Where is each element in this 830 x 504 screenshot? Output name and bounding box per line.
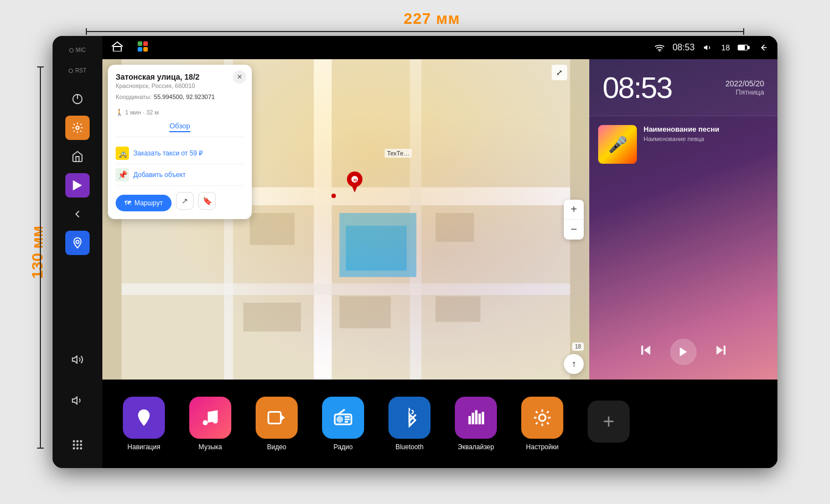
rst-dot [69, 69, 73, 73]
play-button[interactable] [670, 339, 697, 365]
svg-point-2 [76, 126, 79, 129]
svg-marker-5 [72, 397, 77, 404]
svg-rect-7 [76, 440, 79, 443]
svg-rect-29 [122, 283, 570, 295]
prev-button[interactable] [638, 342, 653, 361]
back-icon[interactable] [758, 42, 769, 53]
music-app-label: Музыка [199, 443, 222, 451]
music-artist: Наименование певца [644, 136, 769, 142]
svg-rect-35 [435, 213, 474, 242]
app-bluetooth[interactable]: Bluetooth [379, 397, 440, 451]
svg-marker-45 [680, 347, 687, 357]
svg-rect-19 [143, 46, 148, 51]
svg-rect-51 [268, 412, 281, 424]
side-controls: MIC RST [53, 36, 102, 468]
wifi-icon [655, 44, 665, 51]
svg-marker-40 [351, 185, 358, 193]
navigation-icon [123, 397, 165, 439]
clock-date-main: 2022/05/20 [725, 79, 764, 88]
music-info: Наименование песни Наименование певца [644, 125, 769, 142]
power-button[interactable] [65, 87, 90, 111]
volume-value: 18 [721, 43, 730, 52]
app-music[interactable]: Музыка [180, 397, 241, 451]
settings-icon [521, 397, 563, 439]
svg-rect-37 [243, 303, 301, 331]
app-add[interactable]: + [578, 401, 639, 447]
dimension-height-label: 130 мм [29, 226, 46, 279]
svg-rect-11 [80, 444, 82, 446]
map-compass[interactable]: ↑ [564, 354, 584, 374]
right-widget: 08:53 2022/05/20 Пятница 🎤 Наименование … [589, 59, 777, 380]
save-button[interactable]: 🔖 [198, 192, 216, 210]
map-zoom-controls: + − [564, 200, 584, 240]
app-equalizer[interactable]: Эквалайзер [445, 397, 506, 451]
main-content: H ТехТе… ✕ Затонская улица, 18/2 Красноя… [102, 59, 777, 468]
svg-rect-12 [73, 448, 75, 450]
bluetooth-label: Bluetooth [396, 443, 424, 451]
svg-point-3 [76, 240, 79, 243]
volume-up-button[interactable] [65, 347, 90, 372]
svg-rect-44 [641, 346, 644, 355]
map-address: Затонская улица, 18/2 [116, 72, 244, 81]
video-label: Видео [267, 443, 286, 451]
svg-rect-60 [472, 413, 475, 424]
svg-rect-24 [739, 45, 745, 50]
svg-rect-14 [80, 448, 82, 450]
add-object-icon: 📌 [116, 168, 129, 181]
app-home-icon[interactable] [137, 40, 149, 55]
svg-point-54 [338, 417, 343, 422]
svg-rect-62 [479, 414, 481, 425]
map-container[interactable]: H ТехТе… ✕ Затонская улица, 18/2 Красноя… [102, 59, 589, 380]
svg-rect-36 [339, 296, 391, 328]
route-button[interactable]: 🗺 Маршрут [116, 195, 172, 211]
music-header: 🎤 Наименование песни Наименование певца [598, 125, 769, 164]
svg-marker-21 [704, 45, 708, 50]
home-nav-icon[interactable] [111, 41, 123, 54]
dimension-width-line [86, 31, 744, 32]
album-art: 🎤 [598, 125, 637, 164]
svg-rect-8 [80, 440, 82, 443]
top-section: H ТехТе… ✕ Затонская улица, 18/2 Красноя… [102, 59, 777, 380]
svg-rect-61 [475, 411, 478, 425]
mic-label: MIC [69, 47, 86, 53]
radio-unit: MIC RST [53, 36, 777, 468]
app-navigation[interactable]: Навигация [113, 397, 174, 451]
svg-rect-16 [138, 41, 142, 45]
map-label: ТехТе… [385, 149, 412, 158]
status-bar: 08:53 18 [102, 36, 777, 59]
app-video[interactable]: Видео [246, 397, 307, 451]
map-expand-button[interactable]: ⤢ [552, 65, 567, 80]
next-button[interactable] [713, 342, 729, 361]
apps-grid-button[interactable] [65, 433, 90, 457]
settings-side-button[interactable] [65, 116, 90, 140]
home-side-button[interactable] [65, 144, 90, 169]
add-object-action[interactable]: 📌 Добавить объект [116, 164, 244, 186]
map-city: Красноярск, Россия, 660010 [116, 82, 244, 89]
location-button[interactable] [65, 231, 90, 255]
app-settings[interactable]: Настройки [512, 397, 573, 451]
clock-date-day: Пятница [725, 88, 764, 96]
coords-label: Координаты: [116, 93, 152, 105]
dimension-height-line [40, 66, 41, 449]
taxi-action[interactable]: 🚕 Заказать такси от 59 ₽ [116, 143, 244, 164]
music-title: Наименование песни [644, 125, 769, 133]
music-widget: 🎤 Наименование песни Наименование певца [589, 116, 777, 380]
equalizer-label: Эквалайзер [458, 443, 494, 451]
zoom-out-button[interactable]: − [564, 220, 584, 240]
tab-overview[interactable]: Обзор [169, 122, 190, 132]
app-radio[interactable]: Радио [313, 397, 374, 451]
svg-rect-6 [73, 440, 75, 443]
zoom-in-button[interactable]: + [564, 200, 584, 220]
navigation-label: Навигация [127, 443, 160, 451]
svg-marker-46 [717, 346, 723, 355]
play-store-button[interactable] [65, 173, 90, 198]
back-side-button[interactable] [65, 202, 90, 226]
svg-rect-10 [76, 444, 79, 446]
clock-date: 2022/05/20 Пятница [725, 79, 764, 96]
svg-marker-43 [644, 346, 651, 355]
svg-point-20 [660, 51, 661, 51]
map-close-button[interactable]: ✕ [233, 70, 246, 84]
volume-down-button[interactable] [65, 388, 90, 413]
map-dot [331, 194, 336, 198]
share-button[interactable]: ↗ [176, 192, 194, 210]
